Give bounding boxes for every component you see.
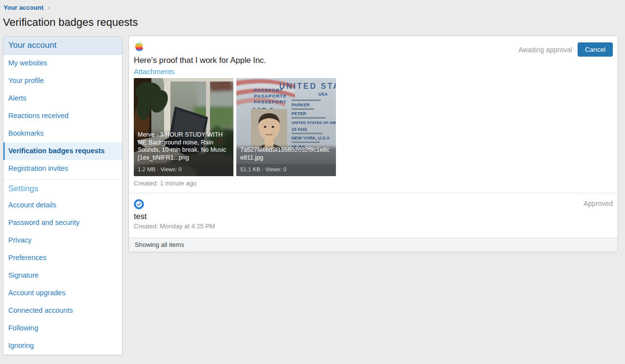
breadcrumb: Your account › [3, 4, 50, 11]
apple-rainbow-logo-icon [134, 41, 145, 53]
attachment-filename: 7a527f86bd3f155652032f8c1e8ce811.jpg [236, 144, 336, 164]
sidebar-item-bookmarks[interactable]: Bookmarks [3, 125, 122, 142]
passport-dob: 10 AUG [292, 127, 307, 132]
request-title: Here's proof that I work for Apple Inc. [134, 56, 613, 65]
sidebar-item-verification-badges-requests[interactable]: Verification badges requests [3, 142, 122, 160]
attachment-meta: 51.1 KB · Views: 0 [236, 164, 336, 176]
passport-surname: PARKER [292, 102, 310, 107]
passport-word-3: PASSEPORT [254, 99, 287, 104]
request-created-date: Created: 1 minute ago [134, 180, 613, 187]
sidebar-item-signature[interactable]: Signature [3, 267, 122, 284]
sidebar-header-settings: Settings [3, 179, 122, 197]
breadcrumb-your-account-link[interactable]: Your account [3, 4, 43, 11]
verified-badge-icon [134, 199, 144, 209]
passport-word-1: PASSPORT [254, 87, 283, 93]
sidebar-item-following[interactable]: Following [3, 320, 122, 337]
sidebar-item-ignoring[interactable]: Ignoring [3, 337, 122, 355]
chevron-right-icon: › [48, 4, 50, 11]
account-sidebar: Your account My websites Your profile Al… [3, 36, 123, 364]
request-row-apple: Awaiting approval Cancel Here's proof th… [129, 36, 618, 193]
request-created-date: Created: Monday at 4:25 PM [134, 222, 613, 230]
passport-nationality: UNITED STATES OF AMER [292, 121, 336, 125]
status-badge: Awaiting approval [519, 46, 572, 54]
sidebar-item-alerts[interactable]: Alerts [3, 90, 122, 107]
sidebar-item-privacy[interactable]: Privacy [3, 232, 122, 249]
page-title: Verification badges requests [3, 16, 138, 29]
sidebar-item-preferences[interactable]: Preferences [3, 249, 122, 267]
attachments-row: Merve - 3 HOUR STUDY WITH ME Background … [134, 78, 613, 176]
sidebar-item-reactions-received[interactable]: Reactions received [3, 107, 122, 125]
verification-requests-panel: Awaiting approval Cancel Here's proof th… [128, 36, 618, 252]
sidebar-nav-box: Your account My websites Your profile Al… [3, 36, 123, 355]
cancel-button[interactable]: Cancel [578, 42, 613, 57]
attachment-meta: 1.2 MB · Views: 0 [134, 164, 233, 176]
attachments-heading[interactable]: Attachments [134, 67, 613, 76]
passport-pob: NEW YORK, U.S.A [292, 136, 330, 141]
status-badge: Approved [583, 200, 613, 207]
sidebar-item-account-details[interactable]: Account details [3, 197, 122, 214]
passport-given-name: PETER [292, 111, 307, 116]
request-title: test [134, 212, 613, 221]
sidebar-item-my-websites[interactable]: My websites [3, 55, 122, 72]
attachment-passport-photo[interactable]: UNITED STAT PASSPORT PASAPORTE PASSEPORT… [236, 78, 336, 176]
sidebar-item-connected-accounts[interactable]: Connected accounts [3, 302, 122, 320]
passport-banner-text: UNITED STAT [279, 82, 336, 90]
passport-word-2: PASAPORTE [254, 93, 287, 99]
showing-all-items-bar: Showing all items [129, 238, 618, 252]
sidebar-item-your-profile[interactable]: Your profile [3, 72, 122, 90]
sidebar-item-password-and-security[interactable]: Password and security [3, 214, 122, 232]
attachment-study-photo[interactable]: Merve - 3 HOUR STUDY WITH ME Background … [134, 78, 233, 176]
sidebar-item-account-upgrades[interactable]: Account upgrades [3, 284, 122, 302]
passport-usa-small: USA [318, 92, 328, 97]
sidebar-item-registration-invites[interactable]: Registration invites [3, 160, 122, 178]
sidebar-header-your-account[interactable]: Your account [3, 37, 122, 55]
attachment-filename: Merve - 3 HOUR STUDY WITH ME Background … [134, 129, 233, 164]
request-row-test: Approved test Created: Monday at 4:25 PM [129, 193, 618, 238]
